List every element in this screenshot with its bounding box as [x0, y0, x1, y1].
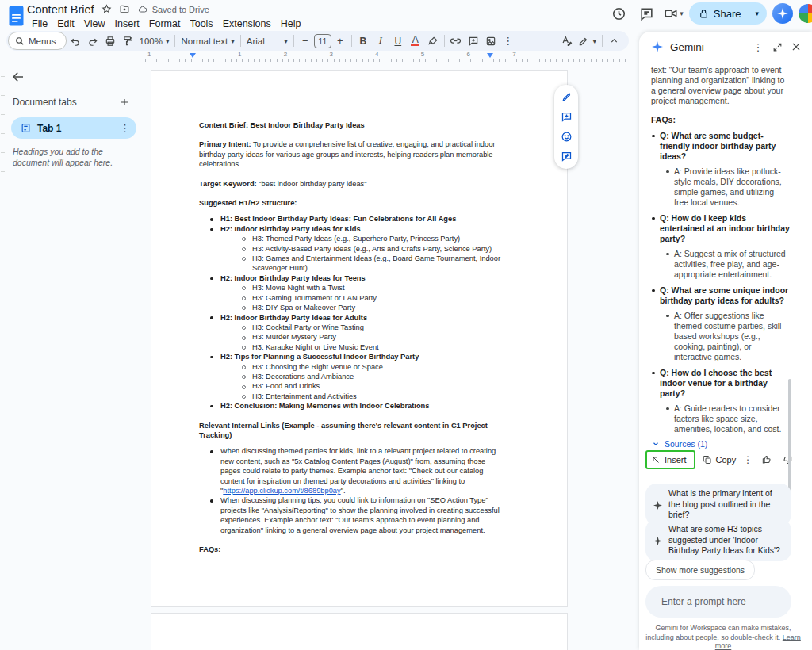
menu-extensions[interactable]: Extensions: [218, 17, 276, 30]
insert-button[interactable]: Insert: [665, 455, 687, 465]
show-more-suggestions-button[interactable]: Show more suggestions: [645, 560, 755, 580]
editing-mode-button[interactable]: [557, 32, 575, 50]
text-color-button[interactable]: A: [407, 32, 424, 50]
faq-item-q-how-do-i-choose-the-best-indoor-venue-: Q: How do I choose the best indoor venue…: [651, 368, 790, 434]
outline-list: H1: Best Indoor Birthday Party Ideas: Fu…: [199, 214, 502, 411]
document-content: Content Brief: Best Indoor Birthday Part…: [199, 120, 502, 554]
zoom-select[interactable]: 100% ▾: [136, 36, 173, 46]
search-icon: [15, 36, 25, 46]
tab-options-icon[interactable]: ⋮: [120, 122, 130, 134]
menu-format[interactable]: Format: [144, 17, 186, 30]
add-comment-button[interactable]: [465, 32, 482, 50]
comments-icon[interactable]: [635, 2, 657, 25]
star-icon[interactable]: [102, 4, 112, 14]
insert-link-button[interactable]: [447, 32, 465, 50]
decrease-font-size-button[interactable]: −: [297, 32, 314, 50]
close-sidebar-back-icon[interactable]: [11, 70, 25, 84]
right-indent-marker[interactable]: [487, 53, 493, 61]
more-toolbar-options-icon[interactable]: ⋮: [500, 32, 517, 50]
expand-panel-icon[interactable]: [768, 37, 787, 56]
document-tabs-title: Document tabs: [13, 97, 77, 108]
menu-tools[interactable]: Tools: [185, 17, 217, 30]
tab-item-tab-1[interactable]: Tab 1 ⋮: [11, 117, 136, 139]
bold-button[interactable]: B: [354, 32, 372, 50]
google-docs-app: { "header": { "doc_title": "Content Brie…: [0, 0, 812, 650]
menu-help[interactable]: Help: [276, 17, 306, 30]
outline-item-h2-conclusion-making-memories-with-indoo: H2: Conclusion: Making Memories with Ind…: [199, 401, 502, 411]
insert-annotation-box: Insert: [645, 450, 695, 469]
font-size-input[interactable]: 11: [314, 34, 331, 48]
faq-item-q-what-are-some-unique-indoor-birthday-p: Q: What are some unique indoor birthday …: [651, 285, 790, 362]
app-bar-actions: ▾ Share ▾: [607, 2, 810, 25]
add-tab-icon[interactable]: [119, 97, 130, 108]
menu-insert[interactable]: Insert: [110, 17, 144, 30]
tab-document-icon: [21, 123, 31, 133]
prompt-input-pill: [645, 586, 791, 618]
suggest-edits-icon[interactable]: [561, 151, 573, 162]
sparkle-icon: [653, 490, 662, 521]
pen-tool-select[interactable]: ▾: [575, 36, 599, 47]
collapse-toolbar-icon[interactable]: [605, 32, 622, 50]
sources-toggle[interactable]: Sources (1): [652, 439, 707, 449]
gemini-suggestion-what-are-some-h3-topics-suggested-under-[interactable]: What are some H3 topics suggested under …: [645, 519, 791, 561]
outline-item-h3-cocktail-party-or-wine-tasting: H3: Cocktail Party or Wine Tasting: [199, 323, 502, 332]
internal-link-bullet-1: When discussing themed parties for kids,…: [199, 446, 502, 495]
menu-file[interactable]: File: [27, 17, 52, 30]
document-page-1[interactable]: Content Brief: Best Indoor Birthday Part…: [151, 70, 568, 607]
gemini-prompt-input[interactable]: [660, 595, 782, 608]
thumbs-up-icon[interactable]: [761, 454, 772, 465]
move-folder-icon[interactable]: [119, 4, 130, 14]
share-button[interactable]: Share ▾: [689, 2, 767, 25]
margin-tools-pill: [554, 85, 578, 169]
help-me-write-icon[interactable]: [561, 91, 573, 103]
close-panel-icon[interactable]: [787, 37, 806, 56]
account-avatar[interactable]: [799, 4, 812, 23]
saved-status[interactable]: Saved to Drive: [137, 5, 209, 14]
italic-button[interactable]: I: [372, 32, 389, 50]
chevron-down-icon: ▾: [592, 37, 596, 45]
insert-arrow-icon: [651, 455, 661, 465]
structure-heading: Suggested H1/H2 Structure:: [199, 198, 502, 208]
clickup-link[interactable]: https://app.clickup.com/t/8689bp0ay: [223, 487, 340, 495]
google-docs-logo-icon[interactable]: [9, 6, 24, 26]
add-comment-icon[interactable]: [561, 111, 573, 123]
left-indent-marker[interactable]: [190, 53, 196, 61]
lock-icon: [699, 9, 709, 19]
cloud-saved-icon: [137, 5, 148, 14]
meet-video-call-button[interactable]: ▾: [663, 6, 684, 21]
panel-scrollbar[interactable]: [788, 379, 791, 498]
paragraph-style-select[interactable]: Normal text ▾: [178, 36, 237, 46]
increase-font-size-button[interactable]: +: [331, 32, 349, 50]
faq-item-q-what-are-some-budget-friendly-indoor-b: Q: What are some budget-friendly indoor …: [651, 131, 790, 208]
undo-button[interactable]: [67, 32, 84, 50]
document-title[interactable]: Content Brief: [27, 3, 94, 16]
sparkle-icon: [653, 526, 662, 556]
print-button[interactable]: [102, 32, 119, 50]
gemini-response-scroll-area[interactable]: text: "Our team's approach to event plan…: [639, 62, 812, 439]
font-family-select[interactable]: Arial ▾: [243, 36, 291, 46]
gemini-button[interactable]: [772, 3, 793, 24]
copy-button[interactable]: Copy: [703, 455, 737, 465]
redo-button[interactable]: [84, 32, 102, 50]
version-history-icon[interactable]: [607, 2, 630, 25]
insert-image-button[interactable]: [482, 32, 500, 50]
menus-search-button[interactable]: Menus: [8, 32, 67, 50]
doc-title-line: Content Brief: Best Indoor Birthday Part…: [199, 120, 502, 130]
highlight-color-button[interactable]: [424, 32, 442, 50]
horizontal-ruler: 11234567: [145, 51, 630, 63]
outline-item-h3-activity-based-party-ideas-e-g-arts-a: H3: Activity-Based Party Ideas (e.g., Ar…: [199, 244, 502, 254]
toolbar: Menus 100% ▾ Normal text ▾ Arial ▾ − 11 …: [6, 31, 629, 51]
outline-item-h2-indoor-birthday-party-ideas-for-kids: H2: Indoor Birthday Party Ideas for Kids: [199, 224, 502, 234]
paint-format-button[interactable]: [119, 32, 136, 50]
left-sidebar: Document tabs Tab 1 ⋮ Headings you add t…: [0, 63, 143, 168]
underline-button[interactable]: U: [389, 32, 407, 50]
menu-edit[interactable]: Edit: [52, 17, 79, 30]
menu-view[interactable]: View: [79, 17, 110, 30]
gemini-options-icon[interactable]: ⋮: [749, 37, 768, 56]
emoji-reaction-icon[interactable]: [561, 131, 573, 143]
share-options-caret[interactable]: ▾: [749, 10, 759, 17]
outline-item-h3-games-and-entertainment-ideas-e-g-boa: H3: Games and Entertainment Ideas (e.g.,…: [199, 254, 502, 273]
more-response-options-icon[interactable]: ⋮: [743, 454, 753, 465]
document-page-2[interactable]: [151, 613, 568, 650]
chevron-down-icon: ▾: [680, 10, 684, 17]
